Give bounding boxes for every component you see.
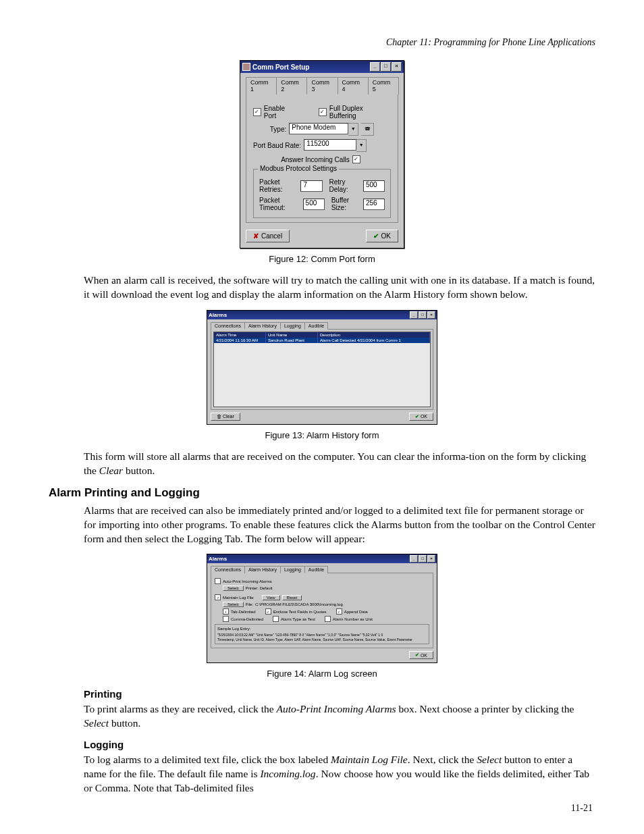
tab-alarm-history[interactable]: Alarm History [244, 322, 281, 330]
cell-unit: Sandrun Road Plant [266, 338, 318, 343]
full-duplex-label: Full Duplex Buffering [329, 105, 391, 120]
alarm-history-grid[interactable]: Alarm Time Unit Name Description 4/21/20… [213, 332, 431, 407]
minimize-icon[interactable]: _ [410, 311, 418, 319]
alarm-logging-dialog: Alarms _ □ × Connections Alarm History L… [207, 554, 437, 663]
minimize-icon[interactable]: _ [370, 62, 380, 72]
paragraph-3: Alarms that are received can also be imm… [84, 504, 595, 546]
buffer-size-input[interactable]: 256 [363, 199, 385, 210]
enclose-quotes-checkbox[interactable]: ✓ [265, 608, 271, 615]
answer-calls-checkbox[interactable]: ✓ [352, 155, 360, 163]
enable-port-checkbox[interactable]: ✓ [253, 108, 261, 116]
type-select[interactable]: Phone Modem [289, 123, 348, 134]
file-label: File: [246, 602, 253, 606]
alarm-num-unit-checkbox[interactable] [325, 616, 331, 622]
tab-logging[interactable]: Logging [280, 566, 305, 573]
minimize-icon[interactable]: _ [410, 555, 418, 563]
tab-connections[interactable]: Connections [211, 566, 245, 573]
tab-logging[interactable]: Logging [280, 322, 305, 330]
sample-title: Sample Log Entry: [217, 627, 427, 632]
sample-line-2: Timestamp, Unit Name, Unit ID, Alarm Typ… [217, 637, 427, 642]
tab-audible[interactable]: Audible [304, 566, 328, 573]
modem-config-icon[interactable]: ☎ [361, 123, 374, 136]
close-icon[interactable]: × [427, 555, 435, 563]
tab-comm3[interactable]: Comm 3 [306, 77, 338, 95]
sample-log-entry: Sample Log Entry: "5/25/2004 10:03:22 AM… [215, 624, 429, 644]
chevron-down-icon[interactable]: ▼ [356, 139, 367, 152]
figure-14-caption: Figure 14: Alarm Log screen [49, 669, 595, 679]
alarm-logging-title: Alarms [209, 556, 227, 562]
maximize-icon[interactable]: □ [419, 311, 427, 319]
packet-retries-label: Packet Retries: [259, 178, 298, 193]
auto-print-label: Auto-Print Incoming Alarms [223, 579, 272, 583]
cancel-label: Cancel [261, 232, 282, 240]
file-path: C:\PROGRAM FILES\SCADA 3000\Incoming.log [255, 602, 343, 606]
tab-delimited-radio[interactable]: • [223, 608, 229, 615]
alarm-history-title: Alarms [209, 312, 227, 318]
ok-button[interactable]: ✔OK [409, 413, 433, 421]
modbus-group: Modbus Protocol Settings Packet Retries:… [253, 169, 391, 218]
cell-desc: Alarm Call Detected 4/21/2004 from Comm … [318, 338, 430, 343]
append-data-checkbox[interactable]: ✓ [336, 608, 342, 615]
packet-retries-input[interactable]: 7 [300, 180, 322, 192]
check-icon: ✔ [373, 232, 379, 240]
buffer-size-label: Buffer Size: [331, 197, 361, 211]
chapter-header: Chapter 11: Programming for Phone Line A… [49, 37, 595, 48]
table-row[interactable]: 4/21/2004 11:16:30 AM Sandrun Road Plant… [214, 338, 430, 343]
tab-comm1[interactable]: Comm 1 [246, 77, 277, 95]
tab-audible[interactable]: Audible [304, 322, 328, 330]
heading-alarm-printing-logging: Alarm Printing and Logging [49, 486, 595, 500]
cancel-button[interactable]: ✘Cancel [246, 230, 290, 242]
clear-button[interactable]: 🗑Clear [211, 413, 240, 421]
auto-print-checkbox[interactable] [215, 578, 221, 584]
type-label: Type: [270, 126, 286, 133]
col-alarm-time: Alarm Time [214, 332, 266, 338]
packet-timeout-label: Packet Timeout: [259, 197, 301, 211]
ok-button[interactable]: ✔OK [409, 651, 433, 659]
ok-label: OK [421, 653, 427, 658]
figure-13-caption: Figure 13: Alarm History form [49, 430, 595, 440]
tab-comm5[interactable]: Comm 5 [368, 77, 399, 95]
col-description: Description [318, 332, 430, 338]
select-printer-button[interactable]: Select [223, 585, 244, 591]
clear-label: Clear [223, 414, 234, 419]
full-duplex-checkbox[interactable]: ✓ [319, 108, 327, 116]
retry-delay-label: Retry Delay: [329, 178, 361, 193]
maximize-icon[interactable]: □ [419, 555, 427, 563]
append-label: Append Data [344, 610, 368, 614]
chevron-down-icon[interactable]: ▼ [348, 123, 358, 136]
figure-12-caption: Figure 12: Comm Port form [49, 254, 595, 264]
tab-connections[interactable]: Connections [211, 322, 245, 330]
ok-label: OK [381, 232, 391, 240]
printer-label: Printer: Default [246, 586, 273, 590]
dialog-titlebar: Comm Port Setup _ □ × [240, 61, 404, 73]
tab-alarm-history[interactable]: Alarm History [244, 566, 281, 573]
maximize-icon[interactable]: □ [381, 62, 391, 72]
select-file-button[interactable]: Select [223, 602, 244, 607]
ok-button[interactable]: ✔OK [366, 230, 398, 242]
tab-comm2[interactable]: Comm 2 [276, 77, 307, 95]
maintain-log-label: Maintain Log File [223, 596, 254, 600]
comm-tabs: Comm 1 Comm 2 Comm 3 Comm 4 Comm 5 [246, 77, 398, 95]
baud-select[interactable]: 115200 [304, 139, 356, 151]
cell-time: 4/21/2004 11:16:30 AM [214, 338, 266, 343]
tab-comm4[interactable]: Comm 4 [338, 77, 369, 95]
comm-port-setup-dialog: Comm Port Setup _ □ × Comm 1 Comm 2 Comm… [240, 60, 404, 249]
paragraph-5: To log alarms to a delimited text file, … [84, 753, 595, 796]
alarm-num-unit-label: Alarm Number as Unit [333, 617, 373, 621]
reset-button[interactable]: Reset [282, 595, 302, 600]
retry-delay-input[interactable]: 500 [363, 180, 385, 192]
heading-logging: Logging [84, 739, 595, 750]
maintain-log-checkbox[interactable]: ✓ [215, 594, 221, 600]
app-icon [242, 63, 250, 71]
alarm-type-text-checkbox[interactable] [273, 616, 279, 622]
close-icon[interactable]: × [427, 311, 435, 319]
packet-timeout-input[interactable]: 500 [303, 199, 325, 210]
close-icon[interactable]: × [392, 62, 402, 72]
view-button[interactable]: View [262, 595, 280, 600]
answer-calls-label: Answer Incoming Calls [281, 156, 350, 163]
heading-printing: Printing [84, 688, 595, 700]
paragraph-4: To print alarms as they are received, cl… [84, 702, 595, 731]
comma-delimited-radio[interactable] [223, 616, 229, 622]
paragraph-2: This form will store all alarms that are… [84, 450, 595, 478]
enclose-label: Enclose Text Fields in Quotes [273, 610, 327, 614]
